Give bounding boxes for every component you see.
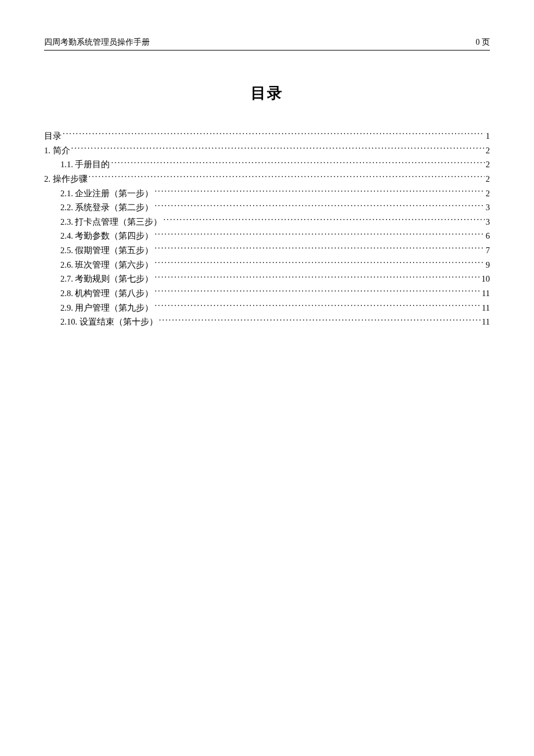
toc-entry-label: 2.8. 机构管理（第八步） [60,286,153,301]
toc-leader-dots [71,145,485,153]
toc-entry-page: 10 [482,272,490,286]
toc-entry[interactable]: 2.7. 考勤规则（第七步）10 [44,272,490,286]
toc-title: 目录 [44,83,490,103]
running-header: 四周考勤系统管理员操作手册 0 页 [44,37,490,51]
toc-entry-page: 9 [486,258,490,272]
toc-entry[interactable]: 1.1. 手册目的2 [44,157,490,172]
toc-entry[interactable]: 1. 简介2 [44,143,490,158]
toc-entry-page: 2 [486,157,490,172]
toc-entry[interactable]: 目录1 [44,129,490,143]
toc-entry-label: 2.6. 班次管理（第六步） [60,258,153,272]
toc-entry-label: 2. 操作步骤 [44,172,88,186]
toc-entry-label: 2.10. 设置结束（第十步） [60,315,158,329]
toc-list: 目录11. 简介21.1. 手册目的22. 操作步骤22.1. 企业注册（第一步… [44,129,490,329]
toc-leader-dots [154,231,484,239]
toc-entry-label: 目录 [44,129,62,143]
toc-entry-label: 2.7. 考勤规则（第七步） [60,272,153,286]
toc-entry[interactable]: 2.2. 系统登录（第二步）3 [44,200,490,215]
toc-entry[interactable]: 2.1. 企业注册（第一步）2 [44,186,490,201]
toc-leader-dots [154,273,480,282]
toc-entry-label: 1.1. 手册目的 [60,157,110,172]
toc-entry-page: 1 [486,129,490,143]
header-right-pagenum: 0 页 [476,37,490,48]
toc-entry-page: 11 [482,301,490,315]
toc-entry-page: 2 [486,172,490,186]
toc-entry[interactable]: 2.4. 考勤参数（第四步）6 [44,229,490,243]
toc-entry[interactable]: 2.9. 用户管理（第九步）11 [44,301,490,315]
toc-entry-label: 2.2. 系统登录（第二步） [60,200,153,215]
toc-entry-page: 3 [486,215,490,229]
toc-leader-dots [154,202,484,211]
toc-entry-page: 11 [482,286,490,301]
toc-entry-label: 2.9. 用户管理（第九步） [60,301,153,315]
toc-leader-dots [154,288,481,297]
toc-entry-page: 11 [482,315,490,329]
toc-entry[interactable]: 2.5. 假期管理（第五步）7 [44,243,490,258]
toc-entry-label: 2.3. 打卡点管理（第三步） [60,215,162,229]
toc-entry-page: 3 [486,200,490,215]
toc-entry[interactable]: 2.3. 打卡点管理（第三步）3 [44,215,490,229]
toc-leader-dots [159,316,481,325]
toc-entry[interactable]: 2.10. 设置结束（第十步）11 [44,315,490,329]
toc-entry-page: 6 [486,229,490,243]
toc-leader-dots [163,216,484,225]
toc-entry-label: 2.4. 考勤参数（第四步） [60,229,153,243]
toc-leader-dots [63,131,485,139]
toc-leader-dots [154,259,484,268]
toc-entry-label: 1. 简介 [44,143,70,158]
toc-leader-dots [89,173,485,182]
toc-leader-dots [154,302,481,311]
toc-entry-label: 2.5. 假期管理（第五步） [60,243,153,258]
toc-entry[interactable]: 2.6. 班次管理（第六步）9 [44,258,490,272]
toc-entry[interactable]: 2.8. 机构管理（第八步）11 [44,286,490,301]
toc-entry[interactable]: 2. 操作步骤2 [44,172,490,186]
toc-entry-page: 2 [486,186,490,201]
toc-leader-dots [154,188,484,196]
toc-leader-dots [111,159,484,168]
document-page: 四周考勤系统管理员操作手册 0 页 目录 目录11. 简介21.1. 手册目的2… [0,0,534,756]
toc-leader-dots [154,245,484,254]
toc-entry-page: 7 [486,243,490,258]
toc-entry-label: 2.1. 企业注册（第一步） [60,186,153,201]
toc-entry-page: 2 [486,143,490,158]
header-left-text: 四周考勤系统管理员操作手册 [44,37,150,48]
